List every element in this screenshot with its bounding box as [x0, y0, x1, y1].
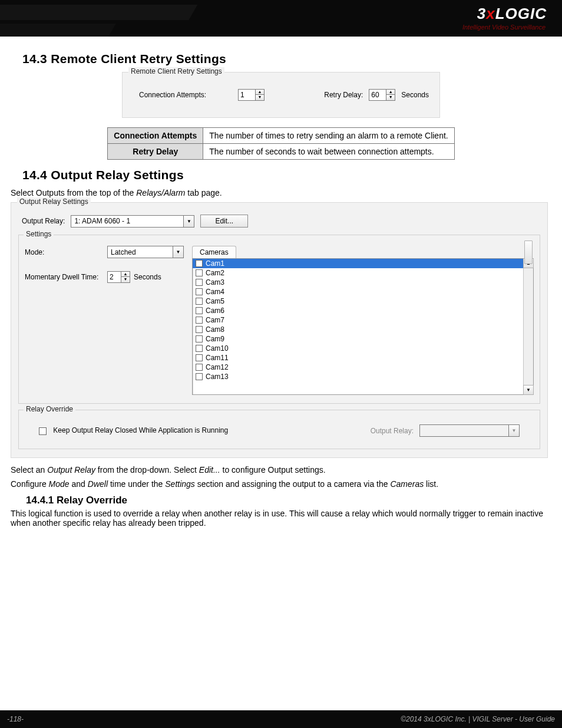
camera-label: Cam3: [206, 278, 224, 286]
camera-checkbox[interactable]: [196, 317, 203, 324]
text-em: Cameras: [390, 479, 424, 489]
spin-up-icon[interactable]: ▲: [121, 272, 130, 277]
text-span: from the drop-down. Select: [95, 465, 199, 475]
cameras-listbox[interactable]: Cam1Cam2Cam3Cam4Cam5Cam6Cam7Cam8Cam9Cam1…: [192, 258, 534, 395]
dwell-spinner[interactable]: ▲▼: [107, 271, 130, 283]
retry-delay-spinner[interactable]: ▲▼: [369, 89, 395, 101]
dwell-label: Momentary Dwell Time:: [25, 273, 107, 281]
list-item[interactable]: Cam9: [193, 334, 523, 344]
camera-checkbox[interactable]: [196, 269, 203, 276]
list-item[interactable]: Cam7: [193, 315, 523, 325]
brand-logo: 3xLOGIC: [477, 5, 547, 23]
camera-checkbox[interactable]: [196, 326, 203, 333]
fieldset-legend: Settings: [24, 230, 54, 238]
spin-up-icon[interactable]: ▲: [386, 90, 395, 95]
fieldset-legend: Remote Client Retry Settings: [128, 67, 224, 75]
mode-combo[interactable]: ▼: [107, 246, 184, 258]
heading-14-4: 14.4 Output Relay Settings: [22, 168, 551, 182]
list-item[interactable]: Cam10: [193, 344, 523, 353]
camera-checkbox[interactable]: [196, 345, 203, 352]
camera-checkbox[interactable]: [196, 307, 203, 314]
list-item[interactable]: Cam1: [193, 259, 523, 268]
connection-attempts-label: Connection Attempts:: [139, 91, 206, 99]
connection-attempts-spinner[interactable]: ▲▼: [238, 89, 265, 101]
output-relay-combo[interactable]: ▼: [71, 215, 194, 228]
camera-label: Cam2: [206, 269, 224, 277]
text-em: Edit...: [199, 465, 220, 475]
output-relay-settings-fieldset: Output Relay Settings Output Relay: ▼ Ed…: [11, 202, 548, 458]
chevron-down-icon[interactable]: ▼: [183, 216, 194, 227]
body-text: Configure Mode and Dwell time under the …: [11, 479, 551, 489]
list-item[interactable]: Cam6: [193, 306, 523, 315]
text-span: list.: [424, 479, 438, 489]
camera-label: Cam8: [206, 325, 224, 334]
list-item[interactable]: Cam4: [193, 287, 523, 297]
fieldset-legend: Output Relay Settings: [17, 197, 91, 206]
camera-label: Cam11: [206, 354, 229, 362]
text-span: tab page.: [185, 188, 222, 197]
retry-delay-input[interactable]: [369, 90, 386, 100]
list-item[interactable]: Cam5: [193, 297, 523, 306]
camera-label: Cam7: [206, 316, 224, 324]
connection-attempts-input[interactable]: [239, 90, 255, 100]
heading-14-3: 14.3 Remote Client Retry Settings: [22, 52, 551, 66]
override-output-relay-input: [420, 427, 508, 435]
spin-up-icon[interactable]: ▲: [256, 90, 264, 95]
list-item[interactable]: Cam12: [193, 363, 523, 372]
settings-fieldset: Settings Mode: ▼ Momentary Dwell Time:: [18, 235, 540, 404]
camera-label: Cam13: [206, 373, 229, 381]
relay-override-fieldset: Relay Override Keep Output Relay Closed …: [18, 410, 540, 449]
body-text: Select Outputs from the top of the Relay…: [11, 188, 551, 197]
scroll-thumb[interactable]: [524, 241, 533, 264]
chevron-down-icon[interactable]: ▼: [173, 246, 183, 258]
list-item[interactable]: Cam2: [193, 268, 523, 278]
body-text: This logical function is used to overrid…: [11, 509, 551, 528]
chevron-down-icon: ▼: [508, 425, 519, 436]
camera-checkbox[interactable]: [196, 335, 203, 342]
text-em: Mode: [49, 479, 70, 489]
spin-down-icon[interactable]: ▼: [121, 277, 130, 282]
camera-checkbox[interactable]: [196, 298, 203, 305]
list-item[interactable]: Cam11: [193, 353, 523, 363]
dwell-input[interactable]: [108, 272, 121, 282]
output-relay-input[interactable]: [71, 217, 183, 225]
scroll-down-icon[interactable]: ▼: [523, 385, 534, 395]
page-header: 3xLOGIC Intelligent Video Surveillance: [0, 0, 562, 37]
camera-checkbox[interactable]: [196, 279, 203, 286]
list-item[interactable]: Cam13: [193, 372, 523, 381]
page-number: -118-: [7, 715, 24, 723]
logo-logic: LOGIC: [495, 5, 547, 22]
scrollbar[interactable]: ▲ ▼: [523, 259, 533, 394]
spin-down-icon[interactable]: ▼: [256, 95, 264, 100]
table-row: Connection Attempts The number of times …: [108, 128, 454, 144]
heading-14-4-1: 14.4.1 Relay Override: [26, 495, 551, 506]
body-text: Select an Output Relay from the drop-dow…: [11, 465, 551, 475]
camera-label: Cam9: [206, 335, 224, 343]
camera-checkbox[interactable]: [196, 373, 203, 380]
text-em: Relays/Alarm: [136, 188, 185, 197]
list-item[interactable]: Cam3: [193, 278, 523, 287]
override-output-relay-combo: ▼: [419, 424, 520, 437]
edit-button[interactable]: Edit...: [200, 215, 248, 228]
camera-checkbox[interactable]: [196, 260, 203, 267]
camera-label: Cam6: [206, 307, 224, 315]
camera-checkbox[interactable]: [196, 288, 203, 295]
retry-delay-label: Retry Delay:: [324, 91, 363, 99]
mode-label: Mode:: [25, 248, 107, 256]
text-span: Configure: [11, 479, 49, 489]
tab-cameras[interactable]: Cameras: [192, 246, 236, 258]
def-desc: The number of times to retry sending an …: [203, 128, 454, 144]
mode-input[interactable]: [108, 248, 173, 256]
retry-delay-unit: Seconds: [401, 91, 429, 99]
camera-label: Cam4: [206, 288, 224, 296]
camera-checkbox[interactable]: [196, 354, 203, 361]
text-em: Settings: [165, 479, 195, 489]
page-footer: -118- ©2014 3xLOGIC Inc. | VIGIL Server …: [0, 710, 562, 728]
text-em: Output Relay: [47, 465, 95, 475]
list-item[interactable]: Cam8: [193, 325, 523, 334]
keep-relay-closed-checkbox[interactable]: [39, 427, 47, 435]
spin-down-icon[interactable]: ▼: [386, 95, 395, 100]
output-relay-label: Output Relay:: [22, 217, 65, 225]
camera-checkbox[interactable]: [196, 364, 203, 371]
camera-label: Cam5: [206, 297, 224, 305]
